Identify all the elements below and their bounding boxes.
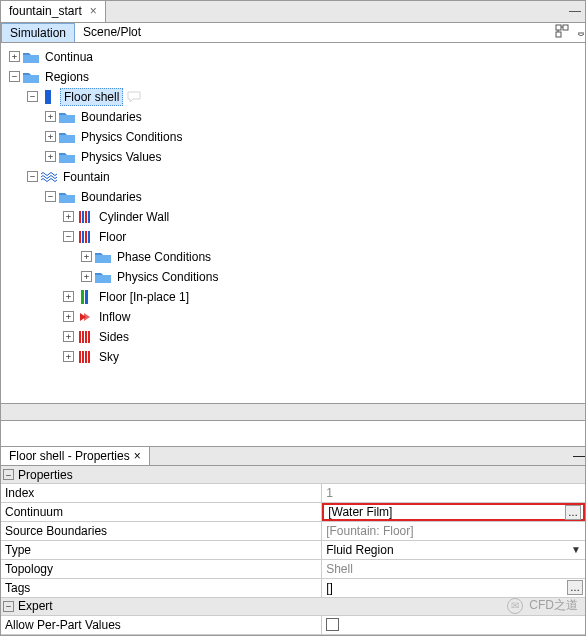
prop-key: Type (1, 541, 322, 559)
expand-icon[interactable]: + (63, 291, 74, 302)
chevron-down-icon[interactable]: ▼ (569, 544, 583, 555)
tree-label: Cylinder Wall (96, 209, 172, 225)
expand-icon[interactable]: + (45, 151, 56, 162)
dropdown-icon[interactable] (577, 25, 585, 39)
tab-label: Scene/Plot (83, 25, 141, 39)
folder-icon (23, 50, 39, 64)
boundary-inflow-icon (77, 310, 93, 324)
close-icon[interactable]: × (134, 449, 141, 463)
tree-node-regions[interactable]: − Regions (5, 67, 585, 87)
expand-icon[interactable]: + (45, 131, 56, 142)
folder-icon (59, 110, 75, 124)
boundary-wall-icon (77, 210, 93, 224)
collapse-icon[interactable]: − (9, 71, 20, 82)
svg-rect-2 (556, 32, 561, 37)
view-mode-icon[interactable] (555, 24, 577, 41)
expand-icon[interactable]: + (81, 251, 92, 262)
prop-val-allow[interactable] (322, 616, 585, 634)
prop-row-index: Index 1 (1, 484, 585, 503)
minimize-icon[interactable]: — (573, 449, 585, 463)
prop-key: Allow Per-Part Values (1, 616, 322, 634)
tree-node-boundaries[interactable]: + Boundaries (5, 107, 585, 127)
simulation-tree[interactable]: + Continua − Regions − Floor shell + Bou… (1, 43, 585, 403)
prop-val-type[interactable]: Fluid Region ▼ (322, 541, 585, 559)
tree-label: Physics Conditions (78, 129, 185, 145)
prop-row-tags: Tags [] … (1, 579, 585, 598)
tree-node-floor-inplace[interactable]: + Floor [In-place 1] (5, 287, 585, 307)
folder-icon (95, 270, 111, 284)
prop-key: Index (1, 484, 322, 502)
section-tab-bar: Simulation Scene/Plot (1, 23, 585, 43)
tree-node-floor[interactable]: − Floor (5, 227, 585, 247)
boundary-sky-icon (77, 350, 93, 364)
expand-icon[interactable]: + (9, 51, 20, 62)
prop-key: Topology (1, 560, 322, 578)
tree-label: Fountain (60, 169, 113, 185)
prop-val-text: [Water Film] (328, 505, 392, 519)
prop-val-continuum[interactable]: [Water Film] … (322, 503, 585, 521)
boundary-wall-icon (77, 230, 93, 244)
ellipsis-button[interactable]: … (567, 580, 583, 595)
tree-label: Phase Conditions (114, 249, 214, 265)
tree-label: Boundaries (78, 109, 145, 125)
tree-node-sides[interactable]: + Sides (5, 327, 585, 347)
expand-icon[interactable]: + (63, 331, 74, 342)
tree-node-continua[interactable]: + Continua (5, 47, 585, 67)
collapse-icon[interactable]: − (45, 191, 56, 202)
tree-node-physics-values[interactable]: + Physics Values (5, 147, 585, 167)
group-expert[interactable]: − Expert (1, 598, 585, 616)
svg-rect-1 (563, 25, 568, 30)
tree-label: Regions (42, 69, 92, 85)
prop-val-source: [Fountain: Floor] (322, 522, 585, 540)
tree-label: Inflow (96, 309, 133, 325)
prop-val-tags[interactable]: [] … (322, 579, 585, 597)
tree-node-inflow[interactable]: + Inflow (5, 307, 585, 327)
prop-row-topology: Topology Shell (1, 560, 585, 579)
tab-simulation[interactable]: Simulation (1, 23, 75, 42)
properties-title: Floor shell - Properties (9, 449, 130, 463)
group-label: Properties (18, 468, 73, 482)
tree-label: Floor shell (60, 88, 123, 106)
close-icon[interactable]: × (90, 4, 97, 18)
prop-val-index: 1 (322, 484, 585, 502)
folder-icon (23, 70, 39, 84)
tree-node-sky[interactable]: + Sky (5, 347, 585, 367)
file-tab-fountain-start[interactable]: fountain_start × (1, 1, 106, 22)
minimize-icon[interactable]: — (565, 2, 585, 20)
tab-scene-plot[interactable]: Scene/Plot (75, 23, 149, 42)
properties-title-tab[interactable]: Floor shell - Properties × (1, 447, 150, 465)
expand-icon[interactable]: + (81, 271, 92, 282)
tree-node-fountain-boundaries[interactable]: − Boundaries (5, 187, 585, 207)
collapse-icon[interactable]: − (3, 601, 14, 612)
tree-node-cylinder-wall[interactable]: + Cylinder Wall (5, 207, 585, 227)
tree-label: Sides (96, 329, 132, 345)
tree-label: Physics Conditions (114, 269, 221, 285)
expand-icon[interactable]: + (63, 351, 74, 362)
tree-node-phase-conditions[interactable]: + Phase Conditions (5, 247, 585, 267)
tree-node-physics-conditions[interactable]: + Physics Conditions (5, 127, 585, 147)
tree-node-floor-shell[interactable]: − Floor shell (5, 87, 585, 107)
expand-icon[interactable]: + (45, 111, 56, 122)
collapse-icon[interactable]: − (63, 231, 74, 242)
group-label: Expert (18, 599, 53, 613)
folder-icon (59, 190, 75, 204)
folder-icon (95, 250, 111, 264)
ellipsis-button[interactable]: … (565, 505, 581, 520)
properties-title-bar: Floor shell - Properties × — (1, 446, 585, 466)
boundary-sides-icon (77, 330, 93, 344)
collapse-icon[interactable]: − (27, 171, 38, 182)
folder-icon (59, 150, 75, 164)
prop-row-continuum: Continuum [Water Film] … (1, 503, 585, 522)
expand-icon[interactable]: + (63, 211, 74, 222)
panel-gap (1, 421, 585, 446)
tree-node-fountain[interactable]: − Fountain (5, 167, 585, 187)
expand-icon[interactable]: + (63, 311, 74, 322)
collapse-icon[interactable]: − (3, 469, 14, 480)
tree-node-physics-conditions-floor[interactable]: + Physics Conditions (5, 267, 585, 287)
tree-label: Physics Values (78, 149, 164, 165)
group-properties[interactable]: − Properties (1, 466, 585, 484)
chat-icon[interactable] (126, 90, 142, 104)
tree-footer-strip (1, 403, 585, 421)
checkbox-allow-per-part[interactable] (326, 618, 339, 631)
collapse-icon[interactable]: − (27, 91, 38, 102)
